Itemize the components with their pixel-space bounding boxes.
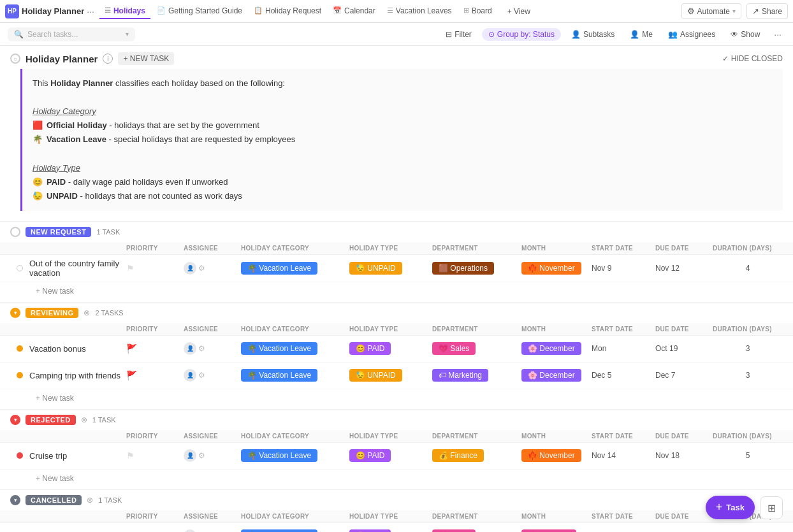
col-month: MONTH: [521, 433, 592, 440]
show-icon: 👁: [731, 30, 738, 39]
section-header-new-request: NEW REQUEST 1 TASK: [0, 221, 793, 242]
hide-closed-btn[interactable]: ✓ HIDE CLOSED: [722, 54, 783, 63]
task-duration-t1: 4: [713, 264, 783, 273]
task-department-t5[interactable]: 💗 Sales: [432, 529, 521, 532]
task-priority-t1[interactable]: ⚑: [126, 263, 184, 273]
tab-getting-started[interactable]: 📄Getting Started Guide: [152, 4, 247, 19]
task-priority-t3[interactable]: 🚩: [126, 370, 184, 380]
task-name-t2[interactable]: Vacation bonus: [29, 344, 126, 354]
task-holiday-type-t5[interactable]: 😊 PAID: [349, 529, 432, 532]
task-month-t3[interactable]: 🌸 December: [521, 369, 592, 382]
tab-calendar[interactable]: 📅Calendar: [328, 4, 381, 19]
task-row-t2[interactable]: Vacation bonus 🚩 👤 ⚙ 🌴 Vacation Leave 😊 …: [0, 336, 793, 363]
task-assignee-t2[interactable]: 👤 ⚙: [184, 342, 241, 355]
task-duration-t2: 3: [713, 344, 783, 353]
tab-holiday-request[interactable]: 📋Holiday Request: [249, 4, 326, 19]
more-options-btn[interactable]: ···: [770, 27, 785, 41]
new-task-link-reviewing[interactable]: + New task: [36, 394, 74, 403]
col-due-date: DUE DATE: [655, 433, 713, 440]
new-task-link-rejected[interactable]: + New task: [36, 474, 74, 483]
share-btn[interactable]: ↗ Share: [746, 3, 788, 19]
filter-btn[interactable]: ⊟ Filter: [440, 28, 477, 41]
new-task-row-new-request[interactable]: + New task: [0, 282, 793, 302]
fab-task-btn[interactable]: + Task: [706, 496, 755, 519]
nav-dots[interactable]: ···: [87, 6, 94, 17]
task-holiday-category-t3[interactable]: 🌴 Vacation Leave: [241, 369, 349, 382]
task-holiday-category-t2[interactable]: 🌴 Vacation Leave: [241, 342, 349, 355]
task-name-t4[interactable]: Cruise trip: [29, 451, 126, 461]
task-start-date-t2: Mon: [592, 344, 655, 353]
task-assignee-t1[interactable]: 👤 ⚙: [184, 262, 241, 275]
task-holiday-type-t4[interactable]: 😊 PAID: [349, 449, 432, 462]
section-toggle-reviewing[interactable]: ▾: [10, 308, 20, 318]
tab-label-calendar: Calendar: [344, 6, 375, 15]
info-icon[interactable]: i: [103, 54, 113, 64]
assignee-avatar-t3: 👤: [184, 369, 196, 382]
task-row-t5[interactable]: Triathlon Competition ⚑ 👤 ⚙ 🌴 Vacation L…: [0, 523, 793, 532]
section-toggle-icon-cancelled: ⊗: [87, 496, 93, 505]
task-row-t3[interactable]: Camping trip with friends 🚩 👤 ⚙ 🌴 Vacati…: [0, 363, 793, 389]
task-month-t2[interactable]: 🌸 December: [521, 342, 592, 355]
section-badge-reviewing: REVIEWING: [25, 308, 78, 318]
task-month-t5[interactable]: 💕 February: [521, 529, 592, 532]
new-task-row-rejected[interactable]: + New task: [0, 470, 793, 489]
task-name-t1[interactable]: Out of the country family vacation: [29, 259, 126, 278]
task-department-t4[interactable]: 💰 Finance: [432, 449, 521, 462]
assignee-avatar-t2: 👤: [184, 342, 196, 355]
task-holiday-type-t2[interactable]: 😊 PAID: [349, 342, 432, 355]
task-holiday-type-t3[interactable]: 😓 UNPAID: [349, 369, 432, 382]
automate-btn[interactable]: ⚙ Automate ▾: [681, 3, 741, 19]
new-task-row-reviewing[interactable]: + New task: [0, 389, 793, 409]
section-toggle-rejected[interactable]: ▾: [10, 415, 20, 425]
group-by-btn[interactable]: ⊙ Group by: Status: [482, 28, 561, 41]
task-month-t1[interactable]: 🍁 November: [521, 262, 592, 275]
task-holiday-category-t5[interactable]: 🌴 Vacation Leave: [241, 529, 349, 532]
task-month-t4[interactable]: 🍁 November: [521, 449, 592, 462]
subtasks-btn[interactable]: 👤 Subtasks: [566, 28, 620, 41]
task-priority-t4[interactable]: ⚑: [126, 450, 184, 461]
tab-board[interactable]: ⊞Board: [458, 4, 497, 19]
page-collapse-toggle[interactable]: ○: [10, 54, 20, 64]
me-btn[interactable]: 👤 Me: [625, 28, 658, 41]
section-task-count-rejected: 1 TASK: [92, 416, 116, 424]
assignees-icon: 👥: [668, 30, 678, 39]
task-assignee-t3[interactable]: 👤 ⚙: [184, 369, 241, 382]
task-assignee-t4[interactable]: 👤 ⚙: [184, 449, 241, 462]
tab-icon-vacation-leaves: ☰: [387, 6, 393, 15]
subtasks-label: Subtasks: [583, 30, 615, 39]
show-btn[interactable]: 👁 Show: [725, 28, 765, 41]
task-dot-t3: [10, 372, 29, 378]
section-toggle-icon-rejected: ⊗: [81, 415, 87, 424]
task-row-t4[interactable]: Cruise trip ⚑ 👤 ⚙ 🌴 Vacation Leave 😊 PAI…: [0, 443, 793, 470]
new-task-link-new-request[interactable]: + New task: [36, 287, 74, 296]
search-box[interactable]: 🔍 Search tasks... ▾: [8, 27, 135, 41]
section-toggle-new-request[interactable]: [10, 227, 20, 237]
task-holiday-category-t4[interactable]: 🌴 Vacation Leave: [241, 449, 349, 462]
search-input[interactable]: Search tasks...: [27, 30, 78, 39]
plus-view-btn[interactable]: + View: [502, 4, 535, 18]
task-department-t1[interactable]: 🟫 Operations: [432, 262, 521, 275]
task-assignee-t5[interactable]: 👤 ⚙: [184, 529, 241, 532]
col-duration: DURATION (DAYS): [713, 433, 783, 440]
plus-view-label: + View: [507, 7, 530, 16]
grid-icon: ⊞: [768, 502, 776, 514]
automate-icon: ⚙: [687, 6, 695, 16]
task-name-t3[interactable]: Camping trip with friends: [29, 371, 126, 380]
task-department-t2[interactable]: 💗 Sales: [432, 342, 521, 355]
official-holiday-icon: 🟥: [33, 119, 43, 133]
tab-vacation-leaves[interactable]: ☰Vacation Leaves: [382, 4, 457, 19]
task-holiday-type-t1[interactable]: 😓 UNPAID: [349, 262, 432, 275]
tab-label-holiday-request: Holiday Request: [265, 6, 321, 15]
section-header-cancelled: ▾ CANCELLED ⊗ 1 TASK: [0, 489, 793, 510]
task-department-t3[interactable]: 🏷 Marketing: [432, 369, 521, 382]
tab-holidays[interactable]: ☰Holidays: [99, 4, 150, 19]
assignees-btn[interactable]: 👥 Assignees: [663, 28, 720, 41]
new-task-btn[interactable]: + NEW TASK: [118, 52, 174, 65]
col-department: DEPARTMENT: [432, 433, 521, 440]
col-checkbox: [10, 326, 29, 333]
task-row-t1[interactable]: Out of the country family vacation ⚑ 👤 ⚙…: [0, 255, 793, 282]
section-toggle-cancelled[interactable]: ▾: [10, 495, 20, 505]
grid-view-btn[interactable]: ⊞: [760, 496, 783, 519]
task-priority-t2[interactable]: 🚩: [126, 343, 184, 354]
task-holiday-category-t1[interactable]: 🌴 Vacation Leave: [241, 262, 349, 275]
